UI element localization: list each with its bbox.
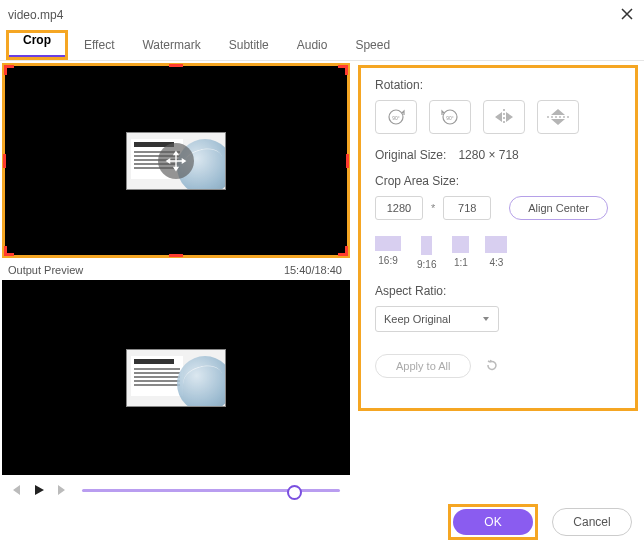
cancel-button[interactable]: Cancel (552, 508, 632, 536)
ok-button[interactable]: OK (453, 509, 533, 535)
crop-settings-panel: Rotation: 90° 90° Original Size: 1280 × … (358, 65, 638, 411)
ratio-4-3[interactable]: 4:3 (485, 236, 507, 270)
preview-frame (126, 349, 226, 407)
time-display: 15:40/18:40 (284, 264, 342, 276)
tab-speed[interactable]: Speed (341, 30, 404, 60)
close-icon[interactable] (620, 7, 634, 24)
original-size-label: Original Size: (375, 148, 446, 162)
svg-text:90°: 90° (392, 115, 400, 121)
align-center-button[interactable]: Align Center (509, 196, 608, 220)
crop-canvas[interactable] (2, 63, 350, 258)
aspect-ratio-select[interactable]: Keep Original (375, 306, 499, 332)
reset-icon[interactable] (485, 358, 499, 375)
tab-watermark[interactable]: Watermark (128, 30, 214, 60)
step-back-icon[interactable] (6, 481, 24, 499)
tab-audio[interactable]: Audio (283, 30, 342, 60)
crop-size-label: Crop Area Size: (375, 174, 621, 188)
step-forward-icon[interactable] (54, 481, 72, 499)
output-preview (2, 280, 350, 475)
tab-effect[interactable]: Effect (70, 30, 128, 60)
tab-bar: Crop Effect Watermark Subtitle Audio Spe… (0, 30, 644, 61)
original-size-value: 1280 × 718 (458, 148, 518, 162)
flip-vertical-button[interactable] (537, 100, 579, 134)
tab-crop[interactable]: Crop (9, 25, 65, 57)
crop-width-input[interactable] (375, 196, 423, 220)
chevron-down-icon (482, 315, 490, 323)
ratio-9-16[interactable]: 9:16 (417, 236, 436, 270)
aspect-ratio-label: Aspect Ratio: (375, 284, 621, 298)
rotation-label: Rotation: (375, 78, 621, 92)
rotate-cw-button[interactable]: 90° (375, 100, 417, 134)
ratio-1-1[interactable]: 1:1 (452, 236, 469, 270)
window-title: video.mp4 (8, 8, 63, 22)
crop-height-input[interactable] (443, 196, 491, 220)
seek-slider[interactable] (82, 489, 340, 492)
output-preview-label: Output Preview (8, 264, 83, 276)
svg-text:90°: 90° (446, 115, 454, 121)
tab-subtitle[interactable]: Subtitle (215, 30, 283, 60)
times-symbol: * (431, 202, 435, 214)
rotate-ccw-button[interactable]: 90° (429, 100, 471, 134)
flip-horizontal-button[interactable] (483, 100, 525, 134)
ratio-16-9[interactable]: 16:9 (375, 236, 401, 270)
move-handle-icon[interactable] (158, 143, 194, 179)
play-icon[interactable] (30, 481, 48, 499)
apply-to-all-button[interactable]: Apply to All (375, 354, 471, 378)
